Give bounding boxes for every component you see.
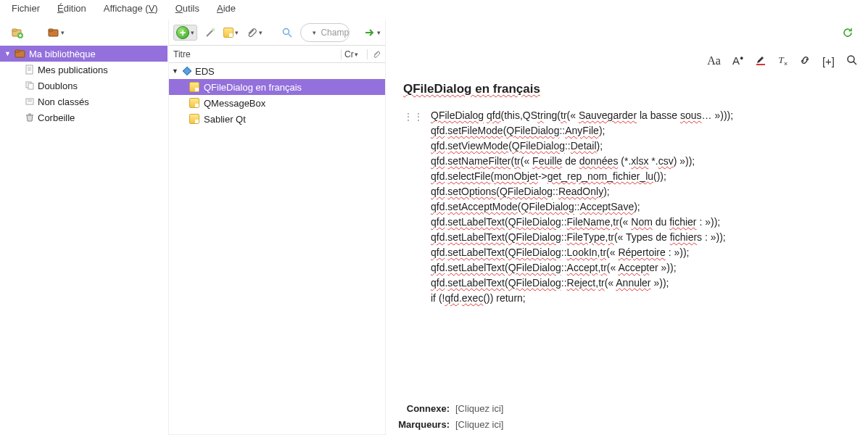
new-note-button[interactable]: ▾ <box>223 28 239 38</box>
search-placeholder: Champs & Marqueurs <box>321 28 350 38</box>
library-icon <box>15 49 26 59</box>
note-title[interactable]: QFileDialog en français <box>403 82 851 96</box>
link-icon <box>799 54 811 66</box>
sync-icon <box>842 27 853 38</box>
right-panel: Aa A● T× [+] QFileDialog en français ⋮⋮ … <box>386 20 868 435</box>
note-icon <box>223 28 233 38</box>
related-connexe-link[interactable]: [Cliquez ici] <box>455 403 503 414</box>
text-color-button[interactable]: A● <box>732 54 743 67</box>
svg-rect-16 <box>183 67 191 75</box>
paperclip-icon <box>372 50 381 59</box>
library-root[interactable]: ▼ Ma bibliothèque <box>0 46 168 62</box>
chevron-down-icon: ▾ <box>259 29 263 36</box>
chevron-down-icon: ▾ <box>191 29 194 36</box>
related-connexe-label: Connexe: <box>392 403 450 414</box>
svg-rect-9 <box>28 83 33 89</box>
main: ▾ ▼ Ma bibliothèque Mes publications Dou… <box>0 20 868 435</box>
list-item[interactable]: QFileDialog en français <box>169 79 385 95</box>
magnifier-icon <box>281 27 293 38</box>
list-item-label: QFileDialog en français <box>204 82 302 93</box>
item-list-header: Titre Cr▾ <box>169 46 385 63</box>
chevron-down-icon: ▾ <box>235 29 239 36</box>
page-icon <box>25 65 35 75</box>
find-button[interactable] <box>846 54 858 68</box>
left-toolbar: ▾ <box>0 20 168 46</box>
sidebar-item-duplicates[interactable]: Doublons <box>0 78 168 94</box>
svg-rect-1 <box>12 29 17 31</box>
menu-view[interactable]: Affichage (V) <box>104 3 158 14</box>
note-icon <box>189 98 199 108</box>
related-tags-link[interactable]: [Cliquez ici] <box>455 419 503 430</box>
list-group-label: EDS <box>195 66 215 77</box>
sidebar-item-label: Non classés <box>38 96 89 107</box>
note-body[interactable]: ⋮⋮ QFileDialog qfd(this,QString(tr(« Sau… <box>403 108 851 306</box>
sidebar-item-label: Mes publications <box>38 65 108 75</box>
twisty-icon[interactable]: ▼ <box>4 50 12 57</box>
column-attachment[interactable] <box>368 50 385 59</box>
svg-rect-7 <box>26 65 33 74</box>
sidebar-item-label: Corbeille <box>38 112 75 123</box>
new-item-button[interactable]: + ▾ <box>173 25 197 41</box>
library-tree[interactable]: ▼ Ma bibliothèque Mes publications Doubl… <box>0 46 168 435</box>
drag-handle-icon[interactable]: ⋮⋮ <box>403 108 423 306</box>
item-list[interactable]: ▼ EDS QFileDialog en français QMessageBo… <box>169 63 385 434</box>
link-button[interactable] <box>799 54 811 68</box>
paperclip-icon <box>246 27 257 38</box>
svg-rect-4 <box>49 29 53 31</box>
menubar: Fichier Édition Affichage (V) Outils Aid… <box>0 0 868 20</box>
sidebar-item-publications[interactable]: Mes publications <box>0 62 168 78</box>
wand-button[interactable] <box>204 24 216 41</box>
svg-point-18 <box>848 56 854 62</box>
sync-button[interactable] <box>839 24 856 41</box>
chevron-down-icon[interactable]: ▾ <box>313 29 316 36</box>
related-section: Connexe: [Cliquez ici] Marqueurs: [Cliqu… <box>386 397 868 435</box>
clear-format-button[interactable]: T× <box>778 54 788 67</box>
menu-edit[interactable]: Édition <box>57 3 86 14</box>
list-item[interactable]: QMessageBox <box>169 95 385 111</box>
list-group-row[interactable]: ▼ EDS <box>169 63 385 79</box>
list-item-label: Sablier Qt <box>204 114 246 125</box>
software-icon <box>182 66 192 76</box>
library-root-label: Ma bibliothèque <box>29 49 96 59</box>
new-collection-button[interactable] <box>9 24 26 41</box>
note-icon <box>189 82 199 92</box>
sidebar-item-trash[interactable]: Corbeille <box>0 109 168 125</box>
column-creator[interactable]: Cr▾ <box>342 49 368 59</box>
search-box[interactable]: ▾ Champs & Marqueurs <box>300 23 350 42</box>
highlight-icon <box>755 54 766 66</box>
attach-button[interactable]: ▾ <box>246 27 263 38</box>
svg-point-14 <box>284 28 289 34</box>
svg-rect-11 <box>26 115 33 116</box>
list-item[interactable]: Sablier Qt <box>169 111 385 127</box>
twisty-icon[interactable]: ▼ <box>172 67 179 75</box>
menu-file[interactable]: Fichier <box>12 3 40 14</box>
column-title[interactable]: Titre <box>169 49 342 59</box>
note-editor[interactable]: QFileDialog en français ⋮⋮ QFileDialog q… <box>386 72 868 397</box>
chevron-down-icon: ▾ <box>377 29 381 36</box>
locate-button[interactable]: ▾ <box>364 27 381 38</box>
duplicates-icon <box>25 80 35 91</box>
highlight-button[interactable] <box>755 54 766 68</box>
svg-rect-6 <box>15 50 20 52</box>
related-tags-label: Marqueurs: <box>392 419 450 430</box>
new-library-button[interactable]: ▾ <box>48 27 65 38</box>
middle-toolbar: + ▾ ▾ ▾ ▾ Champs & Marqueurs <box>169 20 385 46</box>
left-panel: ▾ ▼ Ma bibliothèque Mes publications Dou… <box>0 20 168 435</box>
sidebar-item-unfiled[interactable]: Non classés <box>0 94 168 109</box>
sidebar-item-label: Doublons <box>38 80 78 91</box>
menu-help[interactable]: Aide <box>217 3 236 14</box>
plus-icon: + <box>176 26 189 39</box>
list-item-label: QMessageBox <box>204 98 265 109</box>
menu-tools[interactable]: Outils <box>175 3 199 14</box>
svg-rect-17 <box>756 64 765 65</box>
svg-rect-12 <box>28 114 31 115</box>
chevron-down-icon: ▾ <box>61 29 65 36</box>
editor-toolbar: Aa A● T× [+] <box>386 46 868 72</box>
right-global-toolbar <box>386 20 868 46</box>
text-size-button[interactable]: Aa <box>707 54 721 67</box>
magnifier-icon <box>846 54 858 66</box>
arrow-right-icon <box>364 27 376 38</box>
middle-panel: + ▾ ▾ ▾ ▾ Champs & Marqueurs <box>168 20 386 435</box>
advanced-search-button[interactable] <box>281 24 293 41</box>
insert-button[interactable]: [+] <box>822 55 835 67</box>
